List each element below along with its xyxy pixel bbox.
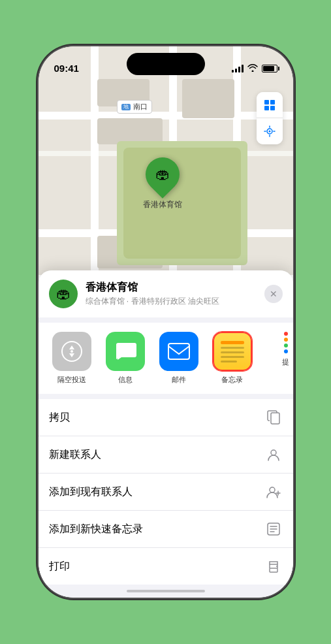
copy-label: 拷贝 xyxy=(49,411,257,425)
wifi-icon xyxy=(247,63,258,74)
map-station-label: 地 南口 xyxy=(117,100,152,114)
svg-rect-0 xyxy=(264,100,269,105)
phone-frame: 09:41 xyxy=(39,46,293,598)
map-type-button[interactable] xyxy=(257,92,283,118)
svg-rect-8 xyxy=(168,344,189,359)
home-indicator xyxy=(127,590,205,592)
location-app-icon: 🏟 xyxy=(49,280,78,308)
pin-label: 香港体育馆 xyxy=(143,199,182,210)
svg-point-10 xyxy=(271,450,276,455)
more-label: 提 xyxy=(282,357,289,367)
status-icons xyxy=(232,63,277,74)
mail-icon xyxy=(159,332,198,371)
signal-bars-icon xyxy=(232,65,244,72)
svg-rect-13 xyxy=(270,568,277,572)
airdrop-label: 隔空投送 xyxy=(57,375,86,385)
pin-emoji: 🏟 xyxy=(155,166,170,183)
dynamic-island xyxy=(127,53,205,75)
share-item-mail[interactable]: 邮件 xyxy=(156,332,202,385)
more-dots-icon xyxy=(279,332,292,353)
action-add-contact[interactable]: 添加到现有联系人 xyxy=(39,474,293,511)
location-header: 🏟 香港体育馆 综合体育馆 · 香港特别行政区 油尖旺区 ✕ xyxy=(39,270,293,317)
svg-rect-3 xyxy=(270,106,275,110)
print-icon xyxy=(264,557,283,575)
status-time: 09:41 xyxy=(54,63,79,74)
action-quick-note[interactable]: 添加到新快速备忘录 xyxy=(39,511,293,548)
metro-icon: 地 xyxy=(121,104,131,110)
person-icon xyxy=(264,445,283,464)
messages-label: 信息 xyxy=(118,375,133,385)
location-name: 香港体育馆 xyxy=(86,281,257,295)
action-copy[interactable]: 拷贝 xyxy=(39,399,293,436)
station-name: 南口 xyxy=(133,102,148,112)
share-item-more[interactable]: 提 xyxy=(263,332,293,385)
share-item-airdrop[interactable]: 隔空投送 xyxy=(49,332,95,385)
svg-rect-2 xyxy=(264,106,269,110)
battery-icon xyxy=(262,65,277,72)
share-row: 隔空投送 信息 xyxy=(39,323,293,394)
action-new-contact[interactable]: 新建联系人 xyxy=(39,436,293,474)
pin-circle: 🏟 xyxy=(138,150,187,199)
share-item-notes[interactable]: 备忘录 xyxy=(210,332,255,385)
airdrop-icon xyxy=(52,332,91,371)
action-print[interactable]: 打印 xyxy=(39,548,293,585)
location-button[interactable] xyxy=(257,118,283,144)
share-item-messages[interactable]: 信息 xyxy=(102,332,148,385)
location-info: 香港体育馆 综合体育馆 · 香港特别行政区 油尖旺区 xyxy=(86,281,257,307)
svg-point-11 xyxy=(270,487,275,492)
location-subtitle: 综合体育馆 · 香港特别行政区 油尖旺区 xyxy=(86,296,257,307)
svg-rect-9 xyxy=(271,413,279,424)
notes-label: 备忘录 xyxy=(221,375,243,385)
notes-icon xyxy=(213,332,252,371)
new-contact-label: 新建联系人 xyxy=(49,448,257,462)
svg-point-5 xyxy=(268,131,270,133)
svg-point-7 xyxy=(71,350,73,353)
phone-screen: 09:41 xyxy=(39,46,293,598)
quick-note-icon xyxy=(264,520,283,538)
stadium-pin[interactable]: 🏟 香港体育馆 xyxy=(143,157,182,210)
print-label: 打印 xyxy=(49,560,257,573)
svg-point-14 xyxy=(276,566,277,567)
person-add-icon xyxy=(264,483,283,501)
map-controls xyxy=(257,92,283,144)
bottom-sheet: 🏟 香港体育馆 综合体育馆 · 香港特别行政区 油尖旺区 ✕ xyxy=(39,270,293,598)
action-rows: 拷贝 新建联系人 xyxy=(39,399,293,585)
svg-rect-1 xyxy=(270,100,275,105)
add-contact-label: 添加到现有联系人 xyxy=(49,485,257,499)
quick-note-label: 添加到新快速备忘录 xyxy=(49,523,257,536)
close-button[interactable]: ✕ xyxy=(264,285,283,303)
messages-icon xyxy=(106,332,145,371)
mail-label: 邮件 xyxy=(172,375,186,385)
copy-icon xyxy=(264,408,283,427)
